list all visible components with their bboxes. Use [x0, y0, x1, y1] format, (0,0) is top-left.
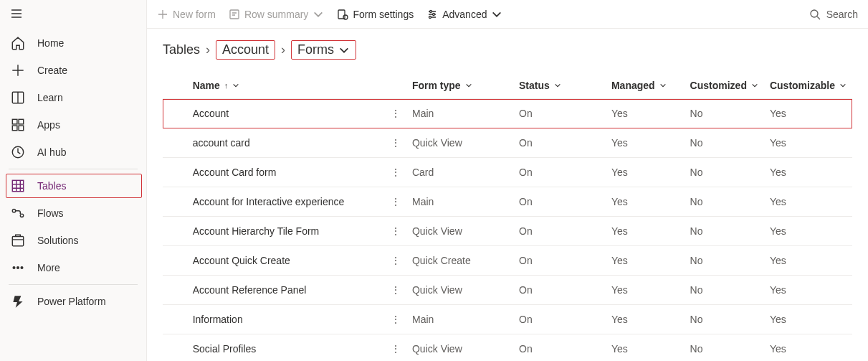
cell-form-type: Quick View — [406, 276, 513, 305]
sidebar-divider — [9, 169, 138, 169]
table-row[interactable]: Account Hierarchy Tile Form⋮Quick ViewOn… — [163, 217, 852, 246]
search-placeholder: Search — [826, 9, 858, 20]
chevron-down-icon — [338, 44, 350, 56]
sidebar-item-home[interactable]: Home — [0, 29, 146, 57]
row-menu-button[interactable]: ⋮ — [385, 99, 406, 128]
cell-name[interactable]: Account Reference Panel — [187, 276, 385, 305]
col-header-name[interactable]: Name↑ — [187, 72, 385, 99]
cell-customized: No — [685, 305, 764, 334]
cell-customizable: Yes — [764, 217, 852, 246]
sidebar-item-solutions[interactable]: Solutions — [0, 227, 146, 254]
cell-name[interactable]: Social Profiles — [187, 334, 385, 362]
cell-form-type: Quick Create — [406, 246, 513, 276]
table-row[interactable]: Account Reference Panel⋮Quick ViewOnYesN… — [163, 276, 852, 305]
plus-icon — [10, 62, 26, 78]
sidebar-item-create[interactable]: Create — [0, 57, 146, 84]
cell-customizable: Yes — [764, 128, 852, 158]
sidebar-item-label: More — [37, 262, 60, 273]
sidebar-item-power-platform[interactable]: Power Platform — [0, 288, 146, 315]
col-header-customizable[interactable]: Customizable — [764, 72, 852, 99]
button-label: Row summary — [244, 9, 308, 20]
svg-point-12 — [21, 267, 23, 269]
hamburger-button[interactable] — [0, 0, 146, 27]
cell-managed: Yes — [606, 305, 685, 334]
table-header-row: Name↑ Form type Status Managed Customize… — [163, 72, 852, 99]
svg-point-17 — [433, 13, 435, 15]
col-header-status[interactable]: Status — [513, 72, 606, 99]
table-row[interactable]: account card⋮Quick ViewOnYesNoYes — [163, 128, 852, 158]
cell-name[interactable]: Account Quick Create — [187, 246, 385, 276]
cell-customizable: Yes — [764, 158, 852, 187]
search-box[interactable]: Search — [809, 9, 858, 20]
sidebar-item-label: Create — [37, 65, 67, 76]
chevron-down-icon — [465, 82, 472, 89]
sidebar-item-ai-hub[interactable]: AI hub — [0, 139, 146, 166]
plus-icon — [157, 9, 168, 20]
form-settings-button[interactable]: Form settings — [337, 9, 414, 20]
button-label: Advanced — [442, 9, 487, 20]
breadcrumb-label: Forms — [297, 42, 334, 57]
row-menu-button[interactable]: ⋮ — [385, 128, 406, 158]
row-menu-button[interactable]: ⋮ — [385, 217, 406, 246]
breadcrumb-account[interactable]: Account — [216, 40, 275, 60]
table-row[interactable]: Social Profiles⋮Quick ViewOnYesNoYes — [163, 334, 852, 362]
cell-customized: No — [685, 99, 764, 128]
col-header-form-type[interactable]: Form type — [406, 72, 513, 99]
cell-form-type: Main — [406, 187, 513, 217]
row-menu-button[interactable]: ⋮ — [385, 187, 406, 217]
cell-form-type: Main — [406, 305, 513, 334]
nav-list: Home Create Learn Apps AI hub Tables Flo… — [0, 27, 146, 318]
sidebar-item-flows[interactable]: Flows — [0, 200, 146, 227]
cell-form-type: Main — [406, 99, 513, 128]
cell-name[interactable]: Account — [187, 99, 385, 128]
command-bar: New form Row summary Form settings Advan… — [147, 0, 868, 29]
row-menu-button[interactable]: ⋮ — [385, 334, 406, 362]
svg-rect-9 — [12, 237, 23, 246]
sidebar-item-tables[interactable]: Tables — [0, 172, 146, 200]
more-icon — [10, 260, 26, 276]
button-label: Form settings — [353, 9, 414, 20]
chevron-down-icon — [751, 82, 758, 89]
col-header-customized[interactable]: Customized — [685, 72, 764, 99]
tables-icon — [10, 178, 26, 194]
cell-customizable: Yes — [764, 99, 852, 128]
table-row[interactable]: Information⋮MainOnYesNoYes — [163, 305, 852, 334]
sidebar-item-learn[interactable]: Learn — [0, 84, 146, 111]
col-header-managed[interactable]: Managed — [606, 72, 685, 99]
sidebar-item-apps[interactable]: Apps — [0, 111, 146, 139]
button-label: New form — [173, 9, 216, 20]
cell-managed: Yes — [606, 128, 685, 158]
cell-name[interactable]: Account Hierarchy Tile Form — [187, 217, 385, 246]
svg-point-8 — [20, 214, 23, 217]
cell-managed: Yes — [606, 246, 685, 276]
cell-managed: Yes — [606, 99, 685, 128]
row-summary-button[interactable]: Row summary — [229, 9, 324, 20]
cell-managed: Yes — [606, 276, 685, 305]
cell-name[interactable]: Account for Interactive experience — [187, 187, 385, 217]
cell-name[interactable]: Information — [187, 305, 385, 334]
cell-status: On — [513, 99, 606, 128]
cell-customized: No — [685, 246, 764, 276]
row-menu-button[interactable]: ⋮ — [385, 305, 406, 334]
cell-managed: Yes — [606, 334, 685, 362]
platform-icon — [10, 294, 26, 309]
table-row[interactable]: Account Card form⋮CardOnYesNoYes — [163, 158, 852, 187]
breadcrumb-tables[interactable]: Tables — [163, 42, 200, 57]
breadcrumb-forms[interactable]: Forms — [291, 40, 356, 60]
hamburger-icon — [10, 7, 23, 20]
chevron-right-icon: › — [281, 42, 285, 57]
row-menu-button[interactable]: ⋮ — [385, 246, 406, 276]
cell-name[interactable]: Account Card form — [187, 158, 385, 187]
row-menu-button[interactable]: ⋮ — [385, 158, 406, 187]
table-row[interactable]: Account⋮MainOnYesNoYes — [163, 99, 852, 128]
cell-name[interactable]: account card — [187, 128, 385, 158]
new-form-button[interactable]: New form — [157, 9, 216, 20]
advanced-button[interactable]: Advanced — [426, 9, 502, 20]
table-row[interactable]: Account for Interactive experience⋮MainO… — [163, 187, 852, 217]
breadcrumb-label: Account — [222, 42, 269, 57]
cell-customized: No — [685, 334, 764, 362]
sidebar-item-more[interactable]: More — [0, 254, 146, 281]
table-row[interactable]: Account Quick Create⋮Quick CreateOnYesNo… — [163, 246, 852, 276]
svg-rect-1 — [12, 119, 17, 124]
row-menu-button[interactable]: ⋮ — [385, 276, 406, 305]
